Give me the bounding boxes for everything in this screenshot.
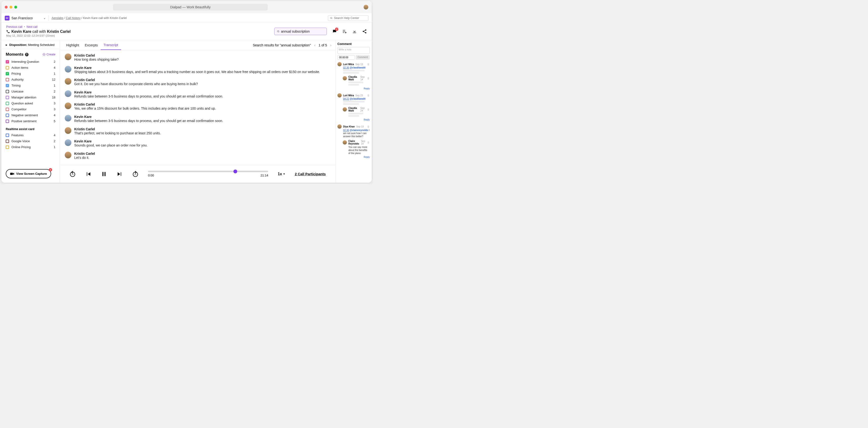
rt-assist-item[interactable]: Features4 [6, 132, 56, 138]
moment-item[interactable]: Positive sentiment5 [6, 118, 56, 124]
moment-item[interactable]: Negative sentiment4 [6, 112, 56, 118]
reply-link[interactable]: Reply [364, 87, 370, 90]
turn-text[interactable]: Refunds take between 3-5 business days t… [74, 94, 223, 99]
comment-input[interactable]: Write a note [337, 47, 370, 54]
minimize-window[interactable] [9, 6, 12, 8]
maximize-window[interactable] [14, 6, 17, 8]
avatar [337, 93, 342, 98]
create-moment-button[interactable]: Create [42, 53, 56, 56]
view-screen-capture-button[interactable]: View Screen Capture 2 [6, 169, 51, 178]
close-window[interactable] [5, 6, 8, 8]
svg-point-10 [363, 31, 364, 32]
mention[interactable]: @clairereynolds [350, 129, 368, 131]
moment-item[interactable]: Action items4 [6, 65, 56, 71]
checkbox-icon [6, 108, 9, 111]
workspace-selector[interactable]: SF San Francisco ⌄ [5, 16, 46, 21]
comment-timestamp-link[interactable]: 02:36 [343, 129, 349, 131]
help-search-input[interactable] [334, 17, 366, 20]
tab-highlight[interactable]: Highlight [63, 41, 82, 50]
moment-item[interactable]: Usecase2 [6, 89, 56, 94]
crumb-section[interactable]: Call history [66, 17, 81, 20]
moments-heading: Moments? [6, 52, 29, 57]
messages-button[interactable]: 2 [332, 29, 337, 34]
transcript-turn: Kevin KareRefunds take between 3-5 busin… [65, 115, 331, 123]
capture-badge: 2 [49, 168, 52, 171]
prev-result-button[interactable]: ‹ [314, 43, 316, 47]
moment-item[interactable]: Question asked3 [6, 100, 56, 106]
transcript-search[interactable] [274, 28, 327, 35]
comment-thread: Lori Mitra Sep 13🗑02:36 @claudiawaltiCla… [337, 62, 370, 90]
moment-item[interactable]: Competitor3 [6, 106, 56, 112]
turn-text[interactable]: Shipping takes about 3-5 business days, … [74, 70, 320, 74]
moment-item[interactable]: Interesting Question2 [6, 59, 56, 65]
workspace-badge: SF [5, 16, 9, 21]
call-nav: Previous call • Next call [6, 25, 71, 29]
download-icon [352, 29, 357, 34]
comment-timestamp[interactable]: 00:00:00 [337, 55, 355, 60]
video-icon [10, 172, 14, 175]
delete-icon[interactable]: 🗑 [367, 63, 370, 66]
comment-timestamp-link[interactable]: 02:36 [343, 66, 349, 69]
help-icon[interactable]: ? [25, 53, 29, 56]
seek-knob[interactable] [234, 169, 237, 173]
moment-item[interactable]: Manager attention18 [6, 94, 56, 100]
messages-badge: 2 [335, 28, 338, 31]
svg-point-0 [331, 17, 332, 19]
transcript-turn: Kevin KareShipping takes about 3-5 busin… [65, 66, 331, 74]
speaker-name: Kristin Carlel [74, 54, 119, 57]
svg-rect-18 [102, 172, 103, 176]
crumb-org[interactable]: Aerolabs [52, 17, 63, 20]
turn-text[interactable]: That's perfect, we're looking to purchas… [74, 131, 161, 136]
svg-line-3 [279, 32, 279, 32]
download-button[interactable] [352, 29, 357, 34]
tab-excerpts[interactable]: Excerpts [82, 41, 100, 50]
mention[interactable]: @claudiawalti [350, 98, 366, 100]
svg-point-11 [365, 32, 366, 33]
transcript-search-input[interactable] [281, 30, 324, 33]
rt-assist-item[interactable]: Online Pricing1 [6, 144, 56, 150]
mention[interactable]: @claudiawalti [350, 66, 366, 69]
speaker-avatar [65, 54, 71, 60]
moment-item[interactable]: Pricing1 [6, 71, 56, 76]
delete-icon[interactable]: 🗑 [367, 77, 370, 80]
checkbox-icon [6, 139, 9, 143]
turn-text[interactable]: Let's do it. [74, 156, 95, 160]
plus-circle-icon [42, 53, 45, 56]
user-avatar[interactable] [364, 5, 368, 9]
add-to-playlist-button[interactable] [342, 29, 347, 34]
reply-link[interactable]: Reply [364, 119, 370, 121]
comment-timestamp-link[interactable]: 04:22 [343, 98, 349, 100]
reply-link[interactable]: Reply [364, 156, 370, 158]
rewind-15-button[interactable]: 15 [69, 171, 76, 177]
seek-bar[interactable]: 0:0021:14 [148, 171, 268, 177]
delete-icon[interactable]: 🗑 [367, 94, 370, 97]
next-call-link[interactable]: Next call [27, 25, 38, 29]
comments-heading: Comment [337, 42, 370, 46]
next-result-button[interactable]: › [330, 43, 332, 47]
moment-item[interactable]: Timing1 [6, 83, 56, 89]
disposition-row[interactable]: ▶ Disposition: Meeting Scheduled [1, 42, 60, 49]
previous-call-link[interactable]: Previous call [6, 25, 22, 29]
turn-text[interactable]: Got it. Do we you have discounts for cor… [74, 82, 198, 87]
turn-text[interactable]: How long does shipping take? [74, 57, 119, 62]
rt-assist-item[interactable]: Google Voice2 [6, 138, 56, 144]
playback-speed[interactable]: 1x ▼ [278, 172, 285, 176]
call-participants-link[interactable]: 2 Call Participants [295, 172, 326, 176]
skip-back-button[interactable] [85, 171, 91, 177]
pause-button[interactable] [101, 171, 107, 177]
post-comment-button[interactable]: Comment [356, 55, 370, 60]
help-search[interactable] [328, 15, 368, 21]
svg-point-9 [365, 30, 366, 31]
turn-text[interactable]: Refunds take between 3-5 business days t… [74, 119, 223, 123]
tab-transcript[interactable]: Transcript [101, 40, 121, 50]
share-button[interactable] [362, 29, 367, 34]
delete-icon[interactable]: 🗑 [367, 108, 370, 111]
forward-15-button[interactable]: 15 [132, 171, 138, 177]
delete-icon[interactable]: 🗑 [367, 125, 370, 128]
moment-item[interactable]: Authority12 [6, 76, 56, 83]
turn-text[interactable]: Sounds good, we can place an order now f… [74, 143, 148, 148]
turn-text[interactable]: Yes, we offer a 15% discount for bulk or… [74, 106, 216, 111]
avatar [343, 107, 347, 111]
delete-icon[interactable]: 🗑 [367, 141, 370, 144]
skip-forward-button[interactable] [117, 171, 123, 177]
